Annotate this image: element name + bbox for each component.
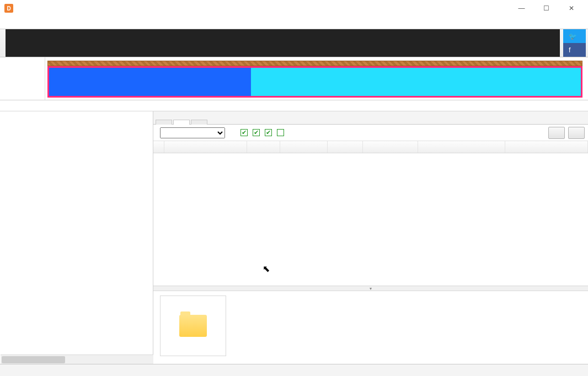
close-button[interactable]: ✕ — [559, 0, 584, 17]
disk-stripe — [47, 61, 582, 66]
content-tabs — [153, 111, 588, 125]
disk-info-line — [0, 100, 588, 111]
maximize-button[interactable]: ☐ — [534, 0, 559, 17]
tab-files[interactable] — [173, 120, 190, 125]
more-button[interactable] — [568, 127, 585, 139]
preview-splitter[interactable]: ▾ — [153, 286, 588, 291]
facebook-icon: f — [569, 46, 570, 54]
menubar — [0, 17, 588, 29]
minimize-button[interactable]: — — [509, 0, 534, 17]
duplicate-checkbox[interactable]: ✔ — [277, 129, 286, 136]
titlebar: D — ☐ ✕ — [0, 0, 588, 17]
twitter-icon: 🐦 — [569, 33, 577, 40]
share-buttons: 🐦 f — [563, 29, 586, 57]
filter-bar: ✔ ✔ ✔ ✔ — [153, 125, 588, 141]
status-bar — [0, 364, 588, 376]
toolbar: 🐦 f — [0, 29, 588, 57]
folder-icon — [179, 315, 207, 337]
file-list-header[interactable] — [153, 141, 588, 153]
partition-block[interactable] — [47, 66, 582, 98]
normal-checkbox[interactable]: ✔ — [253, 129, 261, 136]
system-checkbox[interactable]: ✔ — [265, 129, 274, 136]
partition-tree[interactable] — [0, 111, 153, 364]
facebook-share-button[interactable]: f — [563, 43, 586, 57]
file-list[interactable] — [153, 153, 588, 286]
preview-panel — [153, 291, 588, 364]
disk-map — [0, 57, 588, 100]
twitter-share-button[interactable]: 🐦 — [563, 29, 586, 43]
name-filter-select[interactable] — [160, 127, 225, 138]
app-logo-icon: D — [4, 4, 13, 13]
main-area: ✔ ✔ ✔ ✔ ▾ — [0, 111, 588, 364]
preview-thumbnail — [160, 296, 226, 356]
deleted-checkbox[interactable]: ✔ — [240, 129, 249, 136]
tree-h-scrollbar[interactable] — [1, 354, 153, 364]
content-panel: ✔ ✔ ✔ ✔ ▾ — [153, 111, 588, 364]
brand-banner — [6, 29, 560, 57]
tab-partitions[interactable] — [156, 120, 172, 125]
filter-button[interactable] — [548, 127, 565, 139]
tab-sector-editor[interactable] — [191, 120, 207, 125]
